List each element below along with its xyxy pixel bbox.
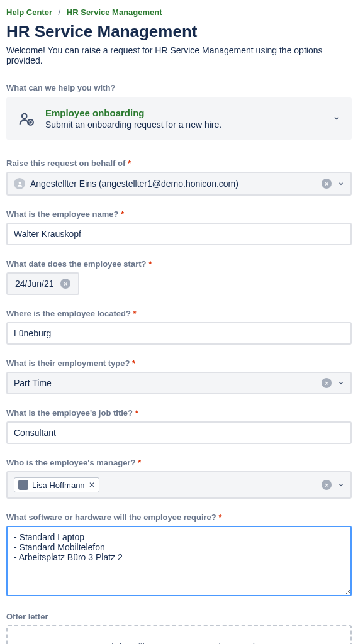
page-title: HR Service Management <box>6 22 352 42</box>
offer-letter-label: Offer letter <box>6 612 352 621</box>
file-dropzone[interactable]: Drag and drop files, paste screenshots, … <box>6 625 352 644</box>
behalf-label: Raise this request on behalf of * <box>6 158 352 168</box>
location-input-wrapper <box>6 322 352 345</box>
breadcrumb: Help Center / HR Service Management <box>6 8 352 17</box>
welcome-text: Welcome! You can raise a request for HR … <box>6 45 352 65</box>
request-type-desc: Submit an onboarding request for a new h… <box>45 119 323 130</box>
employee-name-input[interactable] <box>14 229 344 239</box>
job-title-label: What is the employee's job title? * <box>6 408 352 418</box>
svg-point-4 <box>18 181 21 184</box>
person-add-icon <box>18 110 35 128</box>
request-type-selector[interactable]: Employee onboarding Submit an onboarding… <box>6 97 352 140</box>
employee-name-label: What is the employee name? * <box>6 209 352 219</box>
clear-icon[interactable]: ✕ <box>60 279 70 289</box>
breadcrumb-current[interactable]: HR Service Management <box>67 8 162 17</box>
chevron-down-icon <box>338 179 344 189</box>
dropzone-text: Drag and drop files, paste screenshots, … <box>14 641 344 644</box>
clear-icon[interactable]: ✕ <box>322 378 332 388</box>
location-input[interactable] <box>14 328 344 338</box>
user-avatar-icon <box>14 178 25 189</box>
manager-label: Who is the employee's manager? * <box>6 458 352 467</box>
job-title-input-wrapper <box>6 421 352 444</box>
breadcrumb-separator: / <box>59 8 61 17</box>
remove-tag-icon[interactable]: ✕ <box>89 480 95 489</box>
employee-name-input-wrapper <box>6 223 352 245</box>
chevron-down-icon <box>338 378 344 388</box>
request-type-title: Employee onboarding <box>45 108 323 118</box>
chevron-down-icon <box>333 114 340 124</box>
requirements-textarea[interactable] <box>6 526 352 596</box>
clear-icon[interactable]: ✕ <box>322 480 332 490</box>
manager-value: Lisa Hoffmann <box>32 480 85 490</box>
chevron-down-icon <box>338 480 344 490</box>
avatar-icon <box>18 480 28 490</box>
clear-icon[interactable]: ✕ <box>322 179 332 189</box>
job-title-input[interactable] <box>14 428 344 438</box>
start-date-label: What date does the employee start? * <box>6 259 352 269</box>
location-label: Where is the employee located? * <box>6 309 352 318</box>
employment-type-label: What is their employment type? * <box>6 358 352 368</box>
requirements-label: What software or hardware will the emplo… <box>6 513 352 522</box>
help-prompt-label: What can we help you with? <box>6 83 352 92</box>
svg-point-0 <box>22 113 27 118</box>
breadcrumb-help-center[interactable]: Help Center <box>6 8 52 17</box>
manager-select[interactable]: Lisa Hoffmann ✕ ✕ <box>6 471 352 499</box>
behalf-select[interactable]: Angestellter Eins (angestellter1@demo.ho… <box>6 172 352 196</box>
behalf-value: Angestellter Eins (angestellter1@demo.ho… <box>30 179 238 189</box>
employment-type-select[interactable]: Part Time ✕ <box>6 372 352 394</box>
start-date-value: 24/Jun/21 <box>15 279 54 289</box>
start-date-input[interactable]: 24/Jun/21 ✕ <box>6 272 79 295</box>
employment-type-value: Part Time <box>14 378 52 388</box>
manager-tag: Lisa Hoffmann ✕ <box>14 477 99 492</box>
